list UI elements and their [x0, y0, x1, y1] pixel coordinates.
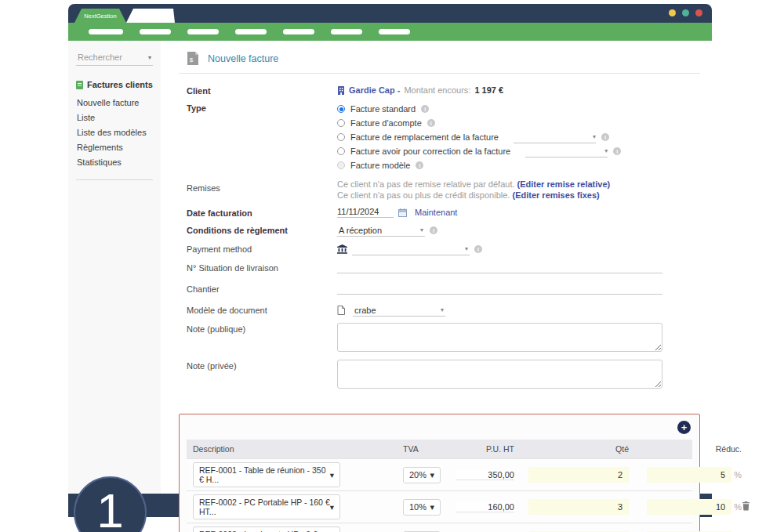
radio-icon[interactable] — [337, 147, 345, 155]
line-qte-input[interactable] — [528, 467, 629, 483]
nav-pill[interactable] — [140, 29, 171, 34]
col-pu-ht: P.U. HT — [450, 444, 514, 454]
client-row: Client Gardie Cap - Montant encours: 1 1… — [187, 85, 700, 96]
type-option[interactable]: Facture de remplacement de la facture▾i — [337, 130, 700, 144]
nav-pill[interactable] — [235, 29, 267, 34]
now-link[interactable]: Maintenant — [415, 208, 457, 217]
line-tva: 10% — [409, 502, 426, 512]
situation-value — [337, 262, 700, 275]
remise-relative-text: Ce client n'a pas de remise relative par… — [337, 179, 515, 189]
line-pu-ht-input[interactable] — [456, 502, 514, 512]
header-divider — [179, 73, 700, 74]
conditions-select[interactable]: A réception ▾ — [337, 224, 425, 237]
type-option[interactable]: Facture d'acomptei — [337, 116, 700, 130]
edit-remise-relative-link[interactable]: (Editer remise relative) — [517, 179, 611, 189]
info-icon[interactable]: i — [613, 147, 621, 155]
remises-row: Remises Ce client n'a pas de remise rela… — [187, 179, 700, 201]
sidebar-item[interactable]: Liste des modèles — [76, 125, 153, 140]
line-description-select[interactable]: REF-0003 - Imprimante HP - 0 € HT - S...… — [193, 527, 340, 532]
nav-pill[interactable] — [187, 29, 219, 34]
table-row: REF-0003 - Imprimante HP - 0 € HT - S...… — [187, 523, 692, 532]
chantier-row: Chantier — [187, 283, 700, 296]
situation-input[interactable] — [337, 262, 662, 273]
type-option[interactable]: Facture standardi — [337, 102, 700, 116]
type-option[interactable]: Facture avoir pour correction de la fact… — [337, 144, 700, 158]
sidebar-search-select[interactable]: Rechercher ▾ — [76, 51, 153, 66]
info-icon[interactable]: i — [427, 119, 435, 127]
window-dot-teal[interactable] — [682, 9, 689, 16]
main-content: $ Nouvelle facture Client Gardie Cap - M… — [161, 41, 712, 494]
nav-pill[interactable] — [283, 29, 314, 34]
sidebar-item[interactable]: Statistiques — [76, 155, 153, 170]
col-reduc: Réduc. — [643, 444, 742, 454]
type-option-label: Facture standard — [350, 104, 416, 114]
window-dot-red[interactable] — [695, 9, 702, 16]
window-dot-yellow[interactable] — [669, 9, 676, 16]
sidebar-item[interactable]: Liste — [76, 110, 153, 125]
client-label: Client — [187, 85, 337, 96]
note-public-textarea[interactable] — [337, 323, 662, 352]
col-qte: Qté — [528, 444, 629, 454]
line-description: REF-0002 - PC Portable HP - 160 € HT... — [199, 498, 330, 516]
info-icon[interactable]: i — [416, 161, 423, 169]
nav-pill[interactable] — [379, 29, 410, 34]
line-tva-select[interactable]: 10%▾ — [403, 499, 441, 516]
line-reduc-input[interactable] — [647, 499, 731, 515]
line-qte-input[interactable] — [528, 499, 629, 515]
radio-icon[interactable] — [337, 119, 345, 127]
invoice-green-icon — [76, 81, 83, 89]
client-name-link[interactable]: Gardie Cap - — [349, 85, 400, 95]
conditions-row: Conditions de règlement A réception ▾ i — [187, 224, 700, 237]
radio-icon[interactable] — [337, 105, 345, 113]
situation-row: N° Situation de livraison — [187, 262, 700, 275]
invoice-lines-panel: + Description TVA P.U. HT Qté Réduc. REF… — [179, 414, 700, 532]
add-line-button[interactable]: + — [677, 421, 691, 434]
chevron-down-icon: ▾ — [430, 502, 434, 512]
radio-icon[interactable] — [337, 133, 345, 141]
modele-select[interactable]: crabe ▾ — [353, 304, 445, 317]
sidebar-item[interactable]: Nouvelle facture — [76, 96, 153, 110]
remise-fixe-text: Ce client n'a pas ou plus de crédit disp… — [337, 190, 510, 200]
line-reduc-input[interactable] — [647, 467, 731, 483]
info-icon[interactable]: i — [430, 226, 437, 234]
line-description-select[interactable]: REF-0002 - PC Portable HP - 160 € HT...▾ — [193, 494, 340, 519]
client-value: Gardie Cap - Montant encours: 1 197 € — [337, 85, 700, 96]
note-private-textarea[interactable] — [337, 360, 662, 389]
info-icon[interactable]: i — [474, 245, 482, 253]
invoice-lines-table: Description TVA P.U. HT Qté Réduc. REF-0… — [187, 440, 692, 532]
nav-pill[interactable] — [89, 29, 123, 34]
type-option[interactable]: Facture modèlei — [337, 158, 700, 172]
nav-pill[interactable] — [331, 29, 362, 34]
percent-unit: % — [734, 502, 742, 512]
search-placeholder: Rechercher — [78, 52, 122, 62]
line-tva: 20% — [409, 470, 426, 480]
related-invoice-select[interactable]: ▾ — [514, 132, 596, 143]
trash-icon[interactable] — [742, 501, 750, 512]
type-label: Type — [187, 102, 337, 172]
blank-tab[interactable] — [126, 9, 175, 23]
brand-label: NextGestion — [84, 13, 116, 20]
line-tva-select[interactable]: 20%▾ — [403, 467, 441, 483]
main-nav — [68, 23, 712, 41]
sidebar-item[interactable]: Règlements — [76, 140, 153, 155]
edit-remises-fixes-link[interactable]: (Editer remises fixes) — [512, 190, 599, 200]
sidebar-section-factures-clients[interactable]: Factures clients — [76, 80, 153, 89]
payment-select[interactable]: ▾ — [352, 243, 470, 255]
line-pu-ht-input[interactable] — [456, 470, 514, 480]
remises-value: Ce client n'a pas de remise relative par… — [337, 179, 700, 201]
building-icon — [337, 86, 345, 95]
col-description: Description — [193, 444, 403, 454]
encours-value: 1 197 € — [474, 85, 503, 95]
chevron-down-icon: ▾ — [148, 54, 151, 61]
brand-tab[interactable]: NextGestion — [74, 9, 126, 23]
radio-icon[interactable] — [337, 161, 345, 169]
date-input[interactable]: 11/11/2024 — [337, 207, 394, 218]
date-value: 11/11/2024 Maintenant — [337, 207, 700, 218]
calendar-icon[interactable] — [398, 208, 407, 217]
info-icon[interactable]: i — [601, 133, 609, 141]
chantier-input[interactable] — [337, 283, 662, 295]
line-description-select[interactable]: REF-0001 - Table de réunion - 350 € H...… — [193, 462, 340, 487]
chevron-down-icon: ▾ — [465, 245, 468, 252]
info-icon[interactable]: i — [421, 105, 429, 113]
related-invoice-select[interactable]: ▾ — [525, 146, 608, 157]
